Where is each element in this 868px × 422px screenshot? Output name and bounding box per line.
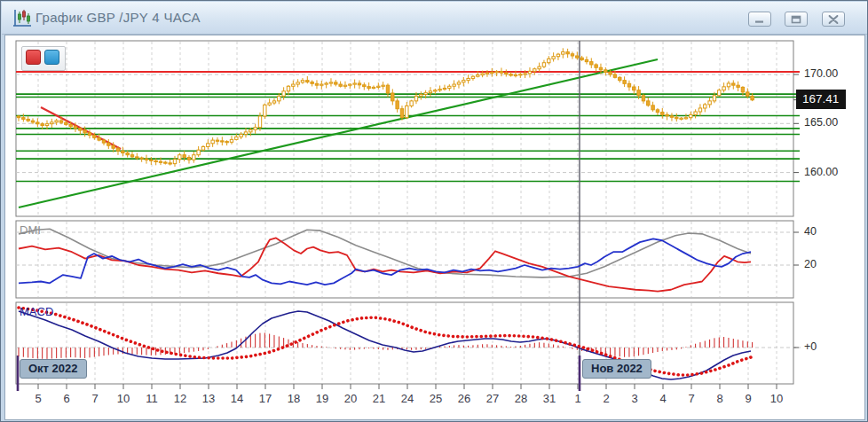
red-marker-button[interactable] [26,50,41,65]
chart-window: График GBP /JPY 4 ЧАСА DMI MACD Окт 2022… [0,0,868,422]
window-titlebar[interactable]: График GBP /JPY 4 ЧАСА [2,2,868,35]
blue-marker-button[interactable] [44,50,59,65]
restore-button[interactable] [785,12,808,27]
window-title: График GBP /JPY 4 ЧАСА [36,10,201,25]
close-button[interactable] [822,12,845,27]
candlestick-chart-icon [12,9,32,28]
minimize-button[interactable] [748,12,771,27]
chart-client-area[interactable] [4,35,865,420]
